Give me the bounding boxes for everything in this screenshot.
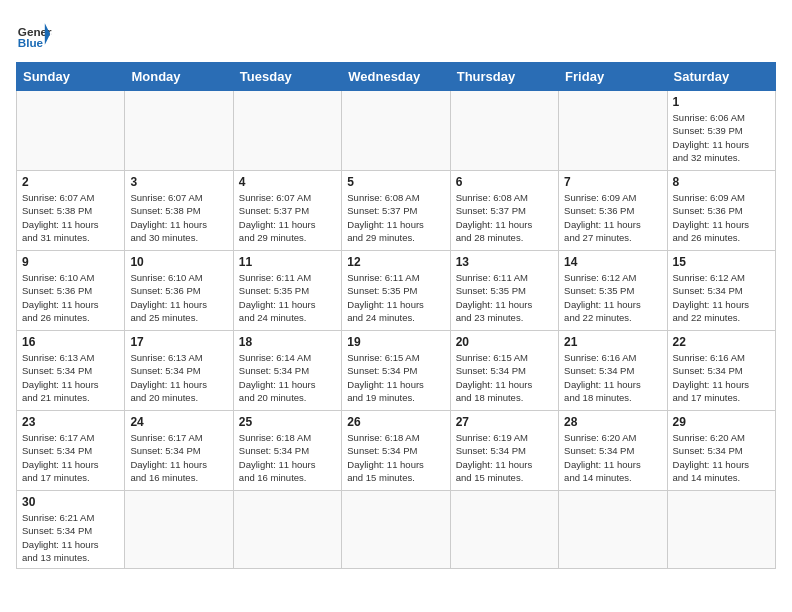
calendar-cell: 24Sunrise: 6:17 AM Sunset: 5:34 PM Dayli… [125,411,233,491]
calendar-week-5: 23Sunrise: 6:17 AM Sunset: 5:34 PM Dayli… [17,411,776,491]
logo: General Blue [16,16,52,52]
weekday-header-saturday: Saturday [667,63,775,91]
calendar-cell [667,491,775,569]
day-number: 8 [673,175,770,189]
svg-text:Blue: Blue [18,36,44,49]
day-number: 5 [347,175,444,189]
day-info: Sunrise: 6:13 AM Sunset: 5:34 PM Dayligh… [22,351,119,404]
day-info: Sunrise: 6:17 AM Sunset: 5:34 PM Dayligh… [22,431,119,484]
day-info: Sunrise: 6:08 AM Sunset: 5:37 PM Dayligh… [456,191,553,244]
day-info: Sunrise: 6:10 AM Sunset: 5:36 PM Dayligh… [22,271,119,324]
day-number: 3 [130,175,227,189]
calendar-cell: 5Sunrise: 6:08 AM Sunset: 5:37 PM Daylig… [342,171,450,251]
calendar-cell: 15Sunrise: 6:12 AM Sunset: 5:34 PM Dayli… [667,251,775,331]
day-info: Sunrise: 6:06 AM Sunset: 5:39 PM Dayligh… [673,111,770,164]
day-number: 14 [564,255,661,269]
calendar: SundayMondayTuesdayWednesdayThursdayFrid… [16,62,776,569]
calendar-cell: 29Sunrise: 6:20 AM Sunset: 5:34 PM Dayli… [667,411,775,491]
weekday-header-monday: Monday [125,63,233,91]
day-info: Sunrise: 6:13 AM Sunset: 5:34 PM Dayligh… [130,351,227,404]
calendar-cell: 10Sunrise: 6:10 AM Sunset: 5:36 PM Dayli… [125,251,233,331]
day-info: Sunrise: 6:07 AM Sunset: 5:38 PM Dayligh… [130,191,227,244]
calendar-week-3: 9Sunrise: 6:10 AM Sunset: 5:36 PM Daylig… [17,251,776,331]
calendar-cell: 28Sunrise: 6:20 AM Sunset: 5:34 PM Dayli… [559,411,667,491]
calendar-cell [559,491,667,569]
day-info: Sunrise: 6:12 AM Sunset: 5:35 PM Dayligh… [564,271,661,324]
calendar-cell [450,491,558,569]
day-number: 9 [22,255,119,269]
calendar-cell [17,91,125,171]
day-number: 12 [347,255,444,269]
calendar-week-2: 2Sunrise: 6:07 AM Sunset: 5:38 PM Daylig… [17,171,776,251]
calendar-cell [559,91,667,171]
weekday-header-sunday: Sunday [17,63,125,91]
day-number: 27 [456,415,553,429]
calendar-cell [450,91,558,171]
day-number: 2 [22,175,119,189]
day-info: Sunrise: 6:16 AM Sunset: 5:34 PM Dayligh… [673,351,770,404]
calendar-cell: 25Sunrise: 6:18 AM Sunset: 5:34 PM Dayli… [233,411,341,491]
day-number: 26 [347,415,444,429]
day-number: 17 [130,335,227,349]
weekday-header-friday: Friday [559,63,667,91]
day-number: 28 [564,415,661,429]
day-info: Sunrise: 6:21 AM Sunset: 5:34 PM Dayligh… [22,511,119,564]
day-info: Sunrise: 6:20 AM Sunset: 5:34 PM Dayligh… [673,431,770,484]
calendar-cell [125,491,233,569]
weekday-header-wednesday: Wednesday [342,63,450,91]
day-number: 15 [673,255,770,269]
day-number: 4 [239,175,336,189]
calendar-cell: 9Sunrise: 6:10 AM Sunset: 5:36 PM Daylig… [17,251,125,331]
day-info: Sunrise: 6:12 AM Sunset: 5:34 PM Dayligh… [673,271,770,324]
calendar-cell: 6Sunrise: 6:08 AM Sunset: 5:37 PM Daylig… [450,171,558,251]
calendar-cell [233,91,341,171]
day-info: Sunrise: 6:20 AM Sunset: 5:34 PM Dayligh… [564,431,661,484]
day-info: Sunrise: 6:14 AM Sunset: 5:34 PM Dayligh… [239,351,336,404]
calendar-week-1: 1Sunrise: 6:06 AM Sunset: 5:39 PM Daylig… [17,91,776,171]
weekday-header-row: SundayMondayTuesdayWednesdayThursdayFrid… [17,63,776,91]
day-number: 22 [673,335,770,349]
day-number: 20 [456,335,553,349]
calendar-cell [342,91,450,171]
weekday-header-tuesday: Tuesday [233,63,341,91]
day-number: 13 [456,255,553,269]
calendar-cell: 1Sunrise: 6:06 AM Sunset: 5:39 PM Daylig… [667,91,775,171]
day-number: 10 [130,255,227,269]
logo-icon: General Blue [16,16,52,52]
weekday-header-thursday: Thursday [450,63,558,91]
day-info: Sunrise: 6:10 AM Sunset: 5:36 PM Dayligh… [130,271,227,324]
calendar-cell: 2Sunrise: 6:07 AM Sunset: 5:38 PM Daylig… [17,171,125,251]
day-number: 1 [673,95,770,109]
day-info: Sunrise: 6:16 AM Sunset: 5:34 PM Dayligh… [564,351,661,404]
day-info: Sunrise: 6:09 AM Sunset: 5:36 PM Dayligh… [564,191,661,244]
day-info: Sunrise: 6:11 AM Sunset: 5:35 PM Dayligh… [239,271,336,324]
day-info: Sunrise: 6:07 AM Sunset: 5:38 PM Dayligh… [22,191,119,244]
calendar-cell [342,491,450,569]
calendar-cell: 19Sunrise: 6:15 AM Sunset: 5:34 PM Dayli… [342,331,450,411]
calendar-cell: 22Sunrise: 6:16 AM Sunset: 5:34 PM Dayli… [667,331,775,411]
calendar-cell: 14Sunrise: 6:12 AM Sunset: 5:35 PM Dayli… [559,251,667,331]
calendar-cell: 16Sunrise: 6:13 AM Sunset: 5:34 PM Dayli… [17,331,125,411]
day-number: 23 [22,415,119,429]
calendar-cell: 7Sunrise: 6:09 AM Sunset: 5:36 PM Daylig… [559,171,667,251]
day-info: Sunrise: 6:11 AM Sunset: 5:35 PM Dayligh… [347,271,444,324]
day-info: Sunrise: 6:07 AM Sunset: 5:37 PM Dayligh… [239,191,336,244]
day-info: Sunrise: 6:15 AM Sunset: 5:34 PM Dayligh… [347,351,444,404]
calendar-cell [125,91,233,171]
day-number: 11 [239,255,336,269]
day-number: 24 [130,415,227,429]
day-number: 18 [239,335,336,349]
day-info: Sunrise: 6:17 AM Sunset: 5:34 PM Dayligh… [130,431,227,484]
day-info: Sunrise: 6:18 AM Sunset: 5:34 PM Dayligh… [239,431,336,484]
day-number: 30 [22,495,119,509]
day-number: 16 [22,335,119,349]
calendar-cell: 4Sunrise: 6:07 AM Sunset: 5:37 PM Daylig… [233,171,341,251]
day-info: Sunrise: 6:11 AM Sunset: 5:35 PM Dayligh… [456,271,553,324]
day-number: 19 [347,335,444,349]
calendar-cell: 12Sunrise: 6:11 AM Sunset: 5:35 PM Dayli… [342,251,450,331]
calendar-cell: 26Sunrise: 6:18 AM Sunset: 5:34 PM Dayli… [342,411,450,491]
calendar-cell: 20Sunrise: 6:15 AM Sunset: 5:34 PM Dayli… [450,331,558,411]
calendar-cell: 11Sunrise: 6:11 AM Sunset: 5:35 PM Dayli… [233,251,341,331]
day-number: 21 [564,335,661,349]
calendar-week-6: 30Sunrise: 6:21 AM Sunset: 5:34 PM Dayli… [17,491,776,569]
